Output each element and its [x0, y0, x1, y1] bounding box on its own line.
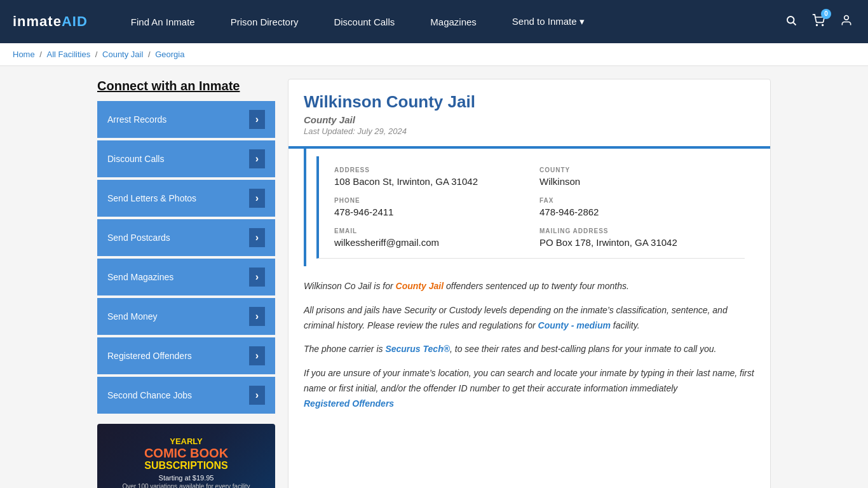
nav-send-to-inmate[interactable]: Send to Inmate ▾ [494, 0, 602, 43]
nav-links: Find An Inmate Prison Directory Discount… [113, 0, 783, 43]
address-label: ADDRESS [334, 166, 524, 173]
sidebar-item-registered-offenders[interactable]: Registered Offenders › [97, 337, 275, 374]
desc2-post: facility. [611, 320, 640, 330]
info-grid: ADDRESS 108 Bacon St, Irwinton, GA 31042… [316, 156, 745, 259]
sidebar-item-registered-offenders-label: Registered Offenders [107, 351, 192, 361]
desc-para-4: If you are unsure of your inmate’s locat… [304, 366, 755, 411]
sidebar-item-registered-offenders-arrow: › [249, 346, 265, 365]
desc1-post: offenders sentenced up to twenty four mo… [444, 281, 629, 291]
sidebar-item-send-postcards-arrow: › [249, 228, 265, 247]
info-section: ADDRESS 108 Bacon St, Irwinton, GA 31042… [304, 149, 755, 266]
svg-point-4 [844, 15, 849, 20]
sidebar-item-send-money-arrow: › [249, 307, 265, 326]
desc-para-1: Wilkinson Co Jail is for County Jail off… [304, 279, 755, 294]
sidebar-item-send-money[interactable]: Send Money › [97, 298, 275, 335]
cart-badge: 0 [821, 9, 831, 19]
desc2-link[interactable]: County - medium [538, 320, 611, 330]
nav-discount-calls[interactable]: Discount Calls [316, 0, 412, 43]
info-address: ADDRESS 108 Bacon St, Irwinton, GA 31042 [334, 166, 524, 187]
phone-label: PHONE [334, 197, 524, 204]
info-phone: PHONE 478-946-2411 [334, 197, 524, 217]
sidebar-item-discount-calls-arrow: › [249, 149, 265, 168]
desc2-pre: All prisons and jails have Security or C… [304, 305, 728, 330]
logo[interactable]: inmateAID [13, 13, 88, 30]
desc4-text: If you are unsure of your inmate’s locat… [304, 368, 754, 393]
address-value: 108 Bacon St, Irwinton, GA 31042 [334, 176, 524, 187]
sidebar-item-arrest-records-label: Arrest Records [107, 114, 166, 125]
desc1-link[interactable]: County Jail [396, 281, 444, 291]
facility-updated: Last Updated: July 29, 2024 [304, 126, 755, 136]
sidebar-title: Connect with an Inmate [97, 79, 275, 93]
svg-point-2 [817, 24, 818, 25]
breadcrumb-sep-2: / [95, 50, 100, 59]
desc3-pre: The phone carrier is [304, 344, 385, 354]
info-mailing: MAILING ADDRESS PO Box 178, Irwinton, GA… [539, 227, 729, 248]
breadcrumb-sep-1: / [39, 50, 44, 59]
sidebar-item-send-letters-arrow: › [249, 189, 265, 208]
navbar: inmateAID Find An Inmate Prison Director… [0, 0, 868, 43]
email-label: EMAIL [334, 227, 524, 234]
info-email: EMAIL wilkessheriff@gmail.com [334, 227, 524, 248]
county-label: COUNTY [539, 166, 729, 173]
sidebar-item-send-magazines-label: Send Magazines [107, 272, 173, 282]
svg-line-1 [793, 22, 796, 25]
info-county: COUNTY Wilkinson [539, 166, 729, 187]
facility-description: Wilkinson Co Jail is for County Jail off… [288, 266, 770, 433]
logo-text: inmateAID [13, 13, 88, 29]
sidebar-ad[interactable]: Yearly Comic Book Subscriptions Starting… [97, 424, 275, 488]
facility-content: Wilkinson County Jail County Jail Last U… [288, 79, 771, 488]
info-fax: FAX 478-946-2862 [539, 197, 729, 217]
sidebar-item-send-postcards-label: Send Postcards [107, 233, 170, 243]
desc3-post: , to see their rates and best-calling pl… [450, 344, 716, 354]
breadcrumb-georgia[interactable]: Georgia [155, 50, 184, 59]
sidebar-menu: Arrest Records › Discount Calls › Send L… [97, 101, 275, 414]
desc-para-3: The phone carrier is Securus Tech®, to s… [304, 342, 755, 357]
desc3-link[interactable]: Securus Tech® [385, 344, 450, 354]
facility-name: Wilkinson County Jail [304, 92, 755, 112]
ad-title-comic: Comic Book [144, 446, 228, 460]
cart-button[interactable]: 0 [810, 11, 827, 32]
mailing-value: PO Box 178, Irwinton, GA 31042 [539, 237, 729, 248]
fax-value: 478-946-2862 [539, 207, 729, 217]
sidebar-item-second-chance-jobs-arrow: › [249, 386, 265, 405]
phone-value: 478-946-2411 [334, 207, 524, 217]
sidebar-item-discount-calls[interactable]: Discount Calls › [97, 140, 275, 177]
sidebar-item-discount-calls-label: Discount Calls [107, 154, 164, 164]
sidebar-item-send-letters[interactable]: Send Letters & Photos › [97, 180, 275, 217]
sidebar-item-arrest-records-arrow: › [249, 110, 265, 129]
user-button[interactable] [837, 11, 855, 32]
logo-highlight: AID [62, 13, 88, 29]
nav-find-inmate[interactable]: Find An Inmate [113, 0, 213, 43]
facility-header: Wilkinson County Jail County Jail Last U… [288, 79, 770, 149]
sidebar-item-second-chance-jobs[interactable]: Second Chance Jobs › [97, 377, 275, 414]
nav-icons: 0 [783, 11, 855, 32]
nav-magazines[interactable]: Magazines [412, 0, 494, 43]
desc-para-2: All prisons and jails have Security or C… [304, 303, 755, 334]
svg-point-0 [787, 17, 794, 24]
ad-title-yearly: Yearly [170, 437, 203, 446]
county-value: Wilkinson [539, 176, 729, 187]
email-value: wilkessheriff@gmail.com [334, 237, 524, 248]
sidebar-item-send-money-label: Send Money [107, 311, 158, 322]
fax-label: FAX [539, 197, 729, 204]
sidebar-item-send-postcards[interactable]: Send Postcards › [97, 219, 275, 256]
sidebar-item-arrest-records[interactable]: Arrest Records › [97, 101, 275, 138]
nav-prison-directory[interactable]: Prison Directory [213, 0, 316, 43]
ad-note: Over 100 variations available for every … [122, 483, 250, 488]
desc1-pre: Wilkinson Co Jail is for [304, 281, 396, 291]
breadcrumb-county-jail[interactable]: County Jail [102, 50, 143, 59]
ad-price: Starting at $19.95 [159, 474, 214, 482]
search-button[interactable] [783, 12, 799, 32]
breadcrumb-all-facilities[interactable]: All Facilities [47, 50, 91, 59]
sidebar-item-send-magazines[interactable]: Send Magazines › [97, 259, 275, 295]
ad-title-sub: Subscriptions [144, 460, 228, 471]
breadcrumb-sep-3: / [148, 50, 153, 59]
breadcrumb: Home / All Facilities / County Jail / Ge… [0, 43, 868, 66]
breadcrumb-home[interactable]: Home [13, 50, 35, 59]
desc4-link[interactable]: Registered Offenders [304, 398, 394, 409]
sidebar: Connect with an Inmate Arrest Records › … [97, 79, 275, 488]
svg-point-3 [822, 24, 824, 25]
facility-type: County Jail [304, 114, 755, 125]
main-content: Connect with an Inmate Arrest Records › … [85, 79, 783, 488]
sidebar-item-send-magazines-arrow: › [249, 268, 265, 287]
